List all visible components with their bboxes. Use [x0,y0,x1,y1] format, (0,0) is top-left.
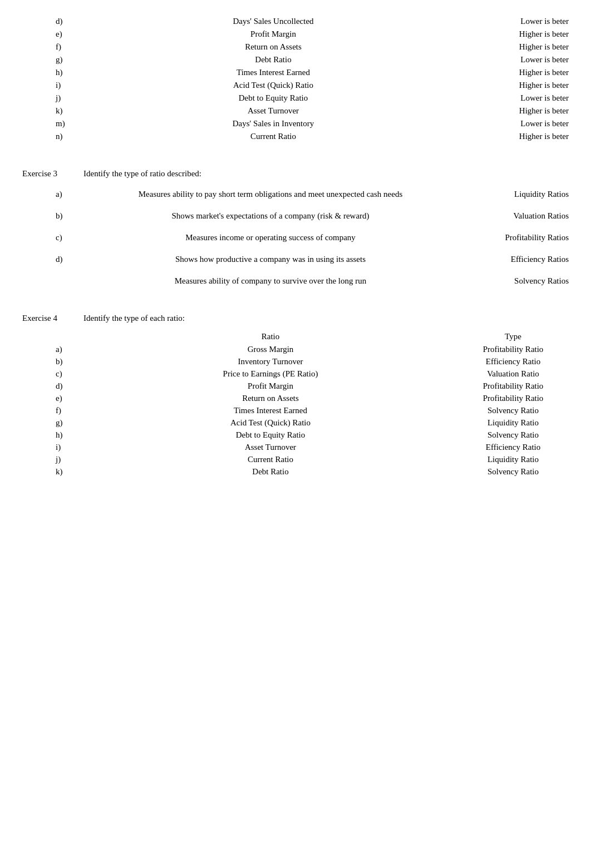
top-list-item: f) Return on Assets Higher is beter [22,42,569,52]
top-list-item: d) Days' Sales Uncollected Lower is bete… [22,17,569,26]
list-item-name: Profit Margin [89,29,457,39]
ex4-ratio-value: Inventory Turnover [83,357,457,366]
ex4-data-row: j) Current Ratio Liquidity Ratio [56,455,569,464]
list-letter: n) [56,132,89,141]
list-item-name: Debt Ratio [89,55,457,65]
list-item-name: Days' Sales in Inventory [89,119,457,128]
ex4-letter: h) [56,430,83,440]
list-letter: k) [56,106,89,116]
ex4-type-value: Efficiency Ratio [457,443,569,452]
ex3-description: Shows market's expectations of a company… [83,211,457,221]
ex4-letter: j) [56,455,83,464]
ex4-type-value: Profitability Ratio [457,381,569,391]
ex4-data-row: f) Times Interest Earned Solvency Ratio [56,406,569,415]
list-letter: e) [56,29,89,39]
ex4-data-row: a) Gross Margin Profitability Ratio [56,345,569,354]
list-letter: j) [56,93,89,103]
ex4-data-row: h) Debt to Equity Ratio Solvency Ratio [56,430,569,440]
ex4-ratio-value: Times Interest Earned [83,406,457,415]
ex4-letter: f) [56,406,83,415]
list-item-verdict: Lower is beter [457,93,569,103]
ex3-type: Liquidity Ratios [457,190,569,199]
ex4-ratio-value: Profit Margin [83,381,457,391]
exercise3-section: Exercise 3 Identify the type of ratio de… [22,169,569,286]
ex4-data-row: b) Inventory Turnover Efficiency Ratio [56,357,569,366]
ex4-letter: k) [56,467,83,477]
ex4-data-row: d) Profit Margin Profitability Ratio [56,381,569,391]
top-list-item: h) Times Interest Earned Higher is beter [22,68,569,77]
ex4-ratio-value: Debt Ratio [83,467,457,477]
ex4-type-value: Solvency Ratio [457,406,569,415]
ex3-row: d) Shows how productive a company was in… [22,255,569,264]
ex4-data-row: k) Debt Ratio Solvency Ratio [56,467,569,477]
col-type-header: Type [457,332,569,341]
ex4-col-headers: Ratio Type [56,332,569,341]
ex3-extra-description: Measures ability of company to survive o… [83,276,457,286]
top-list-item: m) Days' Sales in Inventory Lower is bet… [22,119,569,128]
ex4-data-row: g) Acid Test (Quick) Ratio Liquidity Rat… [56,418,569,428]
ex4-letter: e) [56,394,83,403]
list-letter: g) [56,55,89,65]
list-letter: f) [56,42,89,52]
exercise4-label: Exercise 4 [22,314,72,323]
ex3-type: Valuation Ratios [457,211,569,221]
ex4-type-value: Solvency Ratio [457,430,569,440]
list-item-verdict: Higher is beter [457,106,569,116]
exercise4-title: Identify the type of each ratio: [83,314,185,323]
list-item-verdict: Higher is beter [457,81,569,90]
ex4-letter: i) [56,443,83,452]
list-item-name: Current Ratio [89,132,457,141]
top-list-item: n) Current Ratio Higher is beter [22,132,569,141]
ex4-type-value: Profitability Ratio [457,394,569,403]
ex3-row: a) Measures ability to pay short term ob… [22,190,569,199]
ex4-ratio-value: Asset Turnover [83,443,457,452]
ex3-extra-row: Measures ability of company to survive o… [22,276,569,286]
ex3-row: b) Shows market's expectations of a comp… [22,211,569,221]
top-list-item: k) Asset Turnover Higher is beter [22,106,569,116]
ex3-description: Measures ability to pay short term oblig… [83,190,457,199]
top-list-item: g) Debt Ratio Lower is beter [22,55,569,65]
exercise4-table: Ratio Type a) Gross Margin Profitability… [22,332,569,477]
ex4-letter: g) [56,418,83,428]
list-item-verdict: Higher is beter [457,42,569,52]
ex4-type-value: Profitability Ratio [457,345,569,354]
exercise3-label: Exercise 3 [22,169,72,178]
list-item-name: Acid Test (Quick) Ratio [89,81,457,90]
ex3-extra-type: Solvency Ratios [457,276,569,286]
ex4-ratio-value: Current Ratio [83,455,457,464]
ex4-type-value: Liquidity Ratio [457,418,569,428]
ex4-type-value: Valuation Ratio [457,369,569,379]
ex3-letter: b) [56,211,83,221]
ex3-type: Efficiency Ratios [457,255,569,264]
list-item-verdict: Lower is beter [457,17,569,26]
list-item-name: Times Interest Earned [89,68,457,77]
ex4-data-row: c) Price to Earnings (PE Ratio) Valuatio… [56,369,569,379]
list-item-verdict: Higher is beter [457,132,569,141]
ex4-ratio-value: Gross Margin [83,345,457,354]
list-item-verdict: Lower is beter [457,119,569,128]
list-item-name: Asset Turnover [89,106,457,116]
top-list-item: j) Debt to Equity Ratio Lower is beter [22,93,569,103]
top-list: d) Days' Sales Uncollected Lower is bete… [22,17,569,141]
ex4-letter: b) [56,357,83,366]
ex3-letter: d) [56,255,83,264]
ex4-type-value: Liquidity Ratio [457,455,569,464]
exercise4-section: Exercise 4 Identify the type of each rat… [22,314,569,477]
list-letter: d) [56,17,89,26]
top-list-item: e) Profit Margin Higher is beter [22,29,569,39]
ex4-ratio-value: Return on Assets [83,394,457,403]
ex4-ratio-value: Price to Earnings (PE Ratio) [83,369,457,379]
list-item-name: Debt to Equity Ratio [89,93,457,103]
ex4-data-row: e) Return on Assets Profitability Ratio [56,394,569,403]
ex4-letter: d) [56,381,83,391]
col-ratio-header: Ratio [83,332,457,341]
list-item-verdict: Lower is beter [457,55,569,65]
list-letter: m) [56,119,89,128]
exercise3-title: Identify the type of ratio described: [83,169,201,178]
ex3-type: Profitability Ratios [457,233,569,242]
ex3-description: Measures income or operating success of … [83,233,457,242]
ex4-type-value: Solvency Ratio [457,467,569,477]
ex3-letter: c) [56,233,83,242]
ex3-description: Shows how productive a company was in us… [83,255,457,264]
list-item-verdict: Higher is beter [457,68,569,77]
